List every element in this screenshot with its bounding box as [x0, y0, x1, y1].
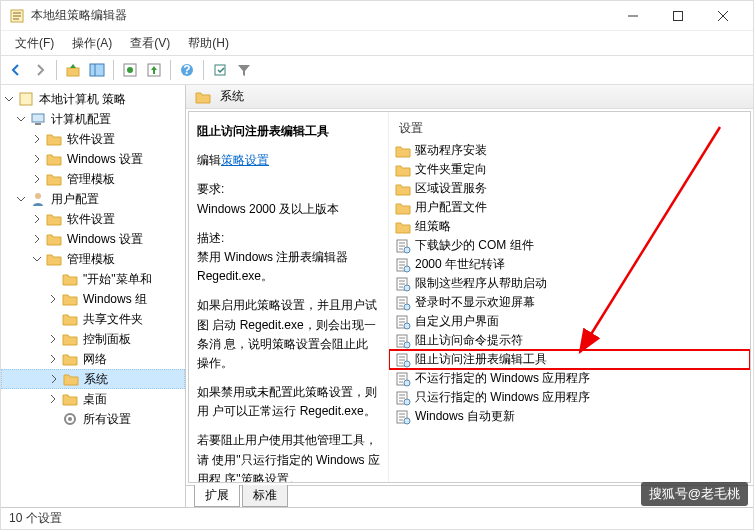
menu-file[interactable]: 文件(F) — [7, 33, 62, 54]
folder-icon — [46, 251, 62, 267]
folder-icon — [62, 311, 78, 327]
list-item[interactable]: 登录时不显示欢迎屏幕 — [389, 293, 750, 312]
list-item[interactable]: 文件夹重定向 — [389, 160, 750, 179]
tree-toggle-icon[interactable] — [47, 393, 59, 405]
settings-list[interactable]: 设置 驱动程序安装文件夹重定向区域设置服务用户配置文件组策略下载缺少的 COM … — [389, 112, 750, 482]
svg-point-35 — [404, 418, 410, 424]
list-item[interactable]: 2000 年世纪转译 — [389, 255, 750, 274]
tree-node[interactable]: 本地计算机 策略 — [1, 89, 185, 109]
forward-button[interactable] — [29, 59, 51, 81]
export-button[interactable] — [143, 59, 165, 81]
tree-toggle-icon[interactable] — [47, 413, 59, 425]
list-item[interactable]: Windows 自动更新 — [389, 407, 750, 426]
list-item[interactable]: 组策略 — [389, 217, 750, 236]
tree-toggle-icon[interactable] — [15, 193, 27, 205]
tree-toggle-icon[interactable] — [31, 173, 43, 185]
svg-point-27 — [404, 342, 410, 348]
tree-toggle-icon[interactable] — [3, 93, 15, 105]
tab-standard[interactable]: 标准 — [242, 485, 288, 507]
tab-extended[interactable]: 扩展 — [194, 485, 240, 507]
list-item-label: 组策略 — [415, 218, 451, 235]
properties-button[interactable] — [119, 59, 141, 81]
list-item[interactable]: 用户配置文件 — [389, 198, 750, 217]
show-hide-tree-button[interactable] — [86, 59, 108, 81]
description-pane: 阻止访问注册表编辑工具 编辑策略设置 要求:Windows 2000 及以上版本… — [189, 112, 389, 482]
tree-toggle-icon[interactable] — [31, 153, 43, 165]
tree-toggle-icon[interactable] — [31, 213, 43, 225]
tree-node[interactable]: 共享文件夹 — [1, 309, 185, 329]
content-area: 本地计算机 策略计算机配置软件设置Windows 设置管理模板用户配置软件设置W… — [1, 85, 753, 507]
app-icon — [9, 8, 25, 24]
tree-panel[interactable]: 本地计算机 策略计算机配置软件设置Windows 设置管理模板用户配置软件设置W… — [1, 85, 186, 507]
tree-toggle-icon[interactable] — [15, 113, 27, 125]
list-item[interactable]: 阻止访问命令提示符 — [389, 331, 750, 350]
tree-toggle-icon[interactable] — [47, 353, 59, 365]
tree-node[interactable]: 计算机配置 — [1, 109, 185, 129]
tree-label: 共享文件夹 — [81, 311, 145, 328]
svg-point-17 — [404, 247, 410, 253]
list-item[interactable]: 自定义用户界面 — [389, 312, 750, 331]
tree-toggle-icon[interactable] — [31, 133, 43, 145]
edit-policy-link[interactable]: 策略设置 — [221, 153, 269, 167]
tree-node[interactable]: 所有设置 — [1, 409, 185, 429]
setting-icon — [395, 276, 411, 292]
svg-point-21 — [404, 285, 410, 291]
list-item[interactable]: 不运行指定的 Windows 应用程序 — [389, 369, 750, 388]
tree-node[interactable]: Windows 组 — [1, 289, 185, 309]
tree-node[interactable]: 管理模板 — [1, 249, 185, 269]
list-item-label: 文件夹重定向 — [415, 161, 487, 178]
menu-help[interactable]: 帮助(H) — [180, 33, 237, 54]
svg-point-25 — [404, 323, 410, 329]
tree-node[interactable]: "开始"菜单和 — [1, 269, 185, 289]
list-item[interactable]: 驱动程序安装 — [389, 141, 750, 160]
list-item-label: 登录时不显示欢迎屏幕 — [415, 294, 535, 311]
list-item[interactable]: 限制这些程序从帮助启动 — [389, 274, 750, 293]
tree-toggle-icon[interactable] — [48, 373, 60, 385]
tree-node[interactable]: Windows 设置 — [1, 149, 185, 169]
tree-label: Windows 设置 — [65, 151, 145, 168]
tree-toggle-icon[interactable] — [31, 253, 43, 265]
list-item-label: Windows 自动更新 — [415, 408, 515, 425]
help-button[interactable]: ? — [176, 59, 198, 81]
maximize-button[interactable] — [655, 1, 700, 31]
list-item[interactable]: 只运行指定的 Windows 应用程序 — [389, 388, 750, 407]
setting-icon — [395, 390, 411, 406]
folder-icon — [395, 162, 411, 178]
tree-label: 系统 — [82, 371, 110, 388]
user-icon — [30, 191, 46, 207]
tree-node[interactable]: 用户配置 — [1, 189, 185, 209]
up-button[interactable] — [62, 59, 84, 81]
setting-title: 阻止访问注册表编辑工具 — [197, 122, 380, 141]
list-column-header[interactable]: 设置 — [389, 116, 750, 141]
tree-node[interactable]: 管理模板 — [1, 169, 185, 189]
tree-node[interactable]: Windows 设置 — [1, 229, 185, 249]
tree-label: 软件设置 — [65, 131, 117, 148]
tree-toggle-icon[interactable] — [47, 313, 59, 325]
list-item[interactable]: 区域设置服务 — [389, 179, 750, 198]
tree-node[interactable]: 系统 — [1, 369, 185, 389]
tree-label: Windows 组 — [81, 291, 149, 308]
folder-icon — [46, 231, 62, 247]
minimize-button[interactable] — [610, 1, 655, 31]
tree-node[interactable]: 网络 — [1, 349, 185, 369]
back-button[interactable] — [5, 59, 27, 81]
tree-toggle-icon[interactable] — [47, 293, 59, 305]
menu-action[interactable]: 操作(A) — [64, 33, 120, 54]
menu-view[interactable]: 查看(V) — [122, 33, 178, 54]
tree-node[interactable]: 桌面 — [1, 389, 185, 409]
tree-node[interactable]: 软件设置 — [1, 129, 185, 149]
list-item[interactable]: 下载缺少的 COM 组件 — [389, 236, 750, 255]
close-button[interactable] — [700, 1, 745, 31]
tree-toggle-icon[interactable] — [47, 273, 59, 285]
tree-node[interactable]: 软件设置 — [1, 209, 185, 229]
extension-button[interactable] — [209, 59, 231, 81]
tree-toggle-icon[interactable] — [47, 333, 59, 345]
tree-node[interactable]: 控制面板 — [1, 329, 185, 349]
svg-rect-1 — [673, 11, 682, 20]
list-item-label: 不运行指定的 Windows 应用程序 — [415, 370, 590, 387]
list-item[interactable]: 阻止访问注册表编辑工具 — [389, 350, 750, 369]
svg-rect-12 — [35, 123, 41, 125]
filter-button[interactable] — [233, 59, 255, 81]
tree-toggle-icon[interactable] — [31, 233, 43, 245]
setting-icon — [395, 257, 411, 273]
